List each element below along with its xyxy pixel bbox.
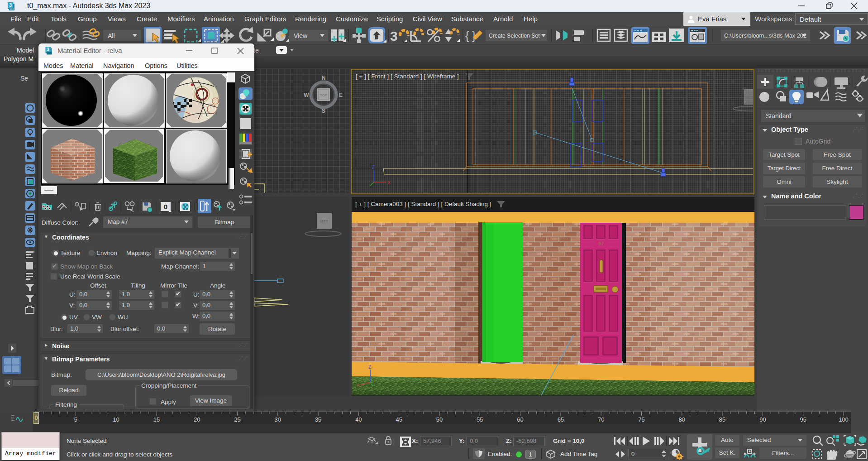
- svg-text:15: 15: [153, 416, 160, 423]
- svg-text:95: 95: [800, 416, 806, 423]
- svg-text:45: 45: [396, 416, 402, 423]
- svg-text:W: W: [304, 92, 309, 98]
- svg-text:FRONT: FRONT: [745, 96, 753, 99]
- svg-text:X: X: [387, 180, 391, 185]
- svg-text:Create Selection Set: Create Selection Set: [489, 33, 540, 39]
- svg-text:TOP: TOP: [320, 93, 327, 97]
- svg-text:Standard: Standard: [766, 112, 792, 120]
- svg-text:{: {: [465, 29, 469, 43]
- svg-text:E: E: [339, 92, 343, 98]
- svg-text:30: 30: [275, 416, 281, 423]
- svg-text:55: 55: [477, 416, 483, 423]
- svg-text:All: All: [108, 32, 115, 39]
- svg-text:0: 0: [164, 203, 167, 211]
- svg-text:35: 35: [315, 416, 321, 423]
- svg-text:MAX: MAX: [10, 8, 14, 10]
- svg-text:10: 10: [113, 416, 119, 423]
- svg-text:50: 50: [436, 416, 443, 423]
- svg-text:Z: Z: [368, 365, 371, 370]
- svg-text:N: N: [322, 75, 326, 81]
- svg-text:3: 3: [390, 29, 398, 43]
- svg-text:View: View: [294, 32, 308, 39]
- svg-text:3: 3: [47, 47, 49, 52]
- svg-text:65: 65: [558, 416, 564, 423]
- svg-text:25: 25: [234, 416, 240, 423]
- svg-text:S: S: [322, 108, 325, 114]
- svg-text:85: 85: [719, 416, 725, 423]
- svg-text:70: 70: [598, 416, 604, 423]
- svg-text:75: 75: [638, 416, 644, 423]
- svg-text:[ + ] [ Camera003 ] [ Standard: [ + ] [ Camera003 ] [ Standard ] [ Defau…: [355, 201, 491, 207]
- svg-text:C:\Users\bloom...s\3ds Max 202: C:\Users\bloom...s\3ds Max 202: [724, 32, 806, 39]
- svg-text:5: 5: [74, 416, 77, 423]
- svg-text:X: X: [357, 383, 360, 388]
- svg-text:20: 20: [194, 416, 200, 423]
- svg-text:[ + ] [ Front ] [ Standard ] [: [ + ] [ Front ] [ Standard ] [ Wireframe…: [356, 73, 459, 80]
- svg-text:3: 3: [9, 2, 12, 8]
- svg-text:37: 37: [598, 241, 604, 246]
- svg-text:100: 100: [839, 416, 849, 423]
- svg-text:Z: Z: [372, 165, 375, 170]
- svg-text:60: 60: [517, 416, 523, 423]
- svg-text:80: 80: [679, 416, 685, 423]
- svg-text:LEFT: LEFT: [320, 220, 328, 223]
- svg-text:40: 40: [355, 416, 362, 423]
- svg-text:90: 90: [759, 416, 766, 423]
